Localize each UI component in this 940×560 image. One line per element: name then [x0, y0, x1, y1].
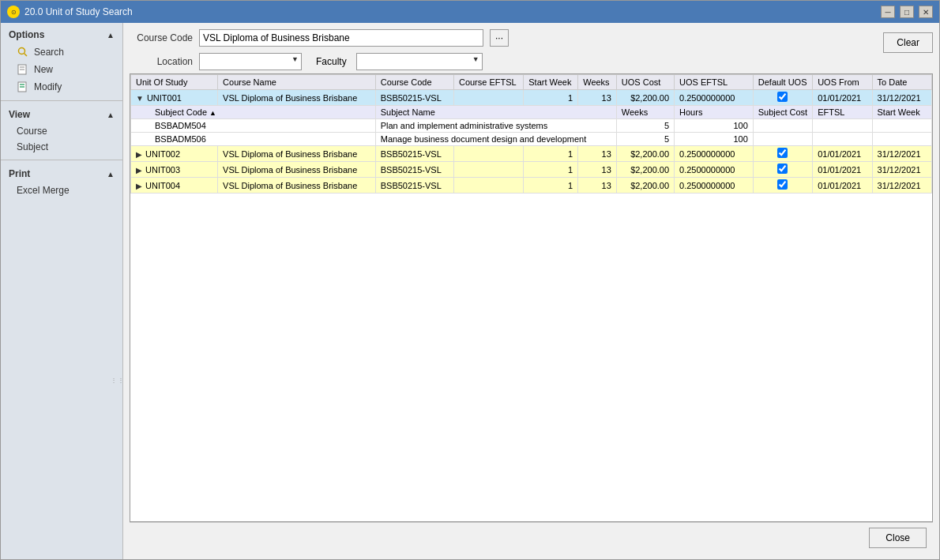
sub-col-eftsl: EFTSL [813, 106, 872, 119]
col-header-default-uos: Default UOS [753, 75, 812, 90]
view-arrow: ▲ [107, 111, 115, 119]
filter-area: Course Code ··· Location Faculty [130, 29, 933, 73]
grid-header-row: Unit Of Study Course Name Course Code Co… [131, 75, 932, 90]
default-uos-checkbox[interactable] [777, 92, 788, 102]
course-code-dots-button[interactable]: ··· [490, 29, 509, 47]
expand-icon[interactable]: ▼ [136, 94, 144, 103]
cell-to-date: 31/12/2021 [872, 178, 931, 194]
cell-uos-from: 01/01/2021 [813, 90, 872, 106]
course-code-input[interactable] [199, 29, 483, 47]
cell-course-code: BSB50215-VSL [375, 178, 453, 194]
cell-to-date: 31/12/2021 [872, 90, 931, 106]
grid-body: ▼UNIT001 VSL Diploma of Business Brisban… [131, 90, 932, 194]
expand-icon[interactable]: ▶ [136, 166, 142, 175]
faculty-select[interactable] [356, 53, 483, 70]
sub-col-start-week: Start Week [872, 106, 931, 119]
cell-course-name: VSL Diploma of Business Brisbane [218, 90, 376, 106]
subject-label: Subject [17, 141, 48, 152]
options-arrow: ▲ [107, 31, 115, 39]
minimize-button[interactable]: ─ [881, 6, 895, 18]
search-icon [17, 46, 29, 58]
cell-unit-of-study: ▼UNIT001 [131, 90, 218, 106]
view-label: View [9, 109, 30, 120]
col-header-course-name: Course Name [218, 75, 376, 90]
cell-default-uos [753, 90, 812, 106]
cell-default-uos [753, 146, 812, 162]
sidebar-item-course[interactable]: Course [1, 123, 122, 139]
window-body: Options ▲ Search New [1, 23, 939, 559]
sub-cell-hours: 100 [675, 133, 754, 146]
cell-course-eftsl [453, 178, 523, 194]
cell-course-name: VSL Diploma of Business Brisbane [218, 146, 376, 162]
clear-button[interactable]: Clear [883, 32, 933, 53]
cell-start-week: 1 [524, 146, 578, 162]
location-select[interactable] [199, 53, 302, 70]
col-header-course-code: Course Code [375, 75, 453, 90]
sidebar-item-modify[interactable]: Modify [1, 78, 122, 96]
sub-cell-hours: 100 [675, 119, 754, 133]
sidebar-item-subject[interactable]: Subject [1, 139, 122, 155]
cell-course-eftsl [453, 90, 523, 106]
sub-cell-weeks: 5 [616, 133, 674, 146]
view-section: View ▲ Course Subject [1, 103, 122, 158]
bottom-bar: Close [130, 522, 933, 553]
sub-cell-subject-code: BSBADM504 [131, 119, 376, 133]
new-icon [17, 63, 29, 76]
app-icon: ⊙ [7, 6, 20, 18]
close-button[interactable]: Close [869, 528, 927, 548]
window-title: 20.0 Unit of Study Search [24, 6, 876, 17]
cell-weeks: 13 [578, 178, 617, 194]
course-code-row: Course Code ··· [130, 29, 870, 47]
options-section: Options ▲ Search New [1, 23, 122, 99]
search-label: Search [34, 47, 64, 58]
maximize-button[interactable]: □ [900, 6, 914, 18]
cell-weeks: 13 [578, 162, 617, 178]
faculty-select-wrapper [353, 53, 483, 70]
sub-col-subject-cost: Subject Cost [753, 106, 812, 119]
svg-line-1 [24, 54, 28, 57]
sub-col-subject-name: Subject Name [375, 106, 616, 119]
sidebar-item-new[interactable]: New [1, 61, 122, 78]
sub-data-row[interactable]: BSBADM506 Manage business document desig… [131, 133, 932, 146]
resize-handle[interactable]: ⋮⋮ [115, 375, 121, 385]
sidebar-divider-1 [1, 100, 122, 101]
cell-default-uos [753, 162, 812, 178]
cell-to-date: 31/12/2021 [872, 146, 931, 162]
expand-icon[interactable]: ▶ [136, 182, 142, 190]
faculty-label: Faculty [316, 56, 347, 67]
cell-unit-of-study: ▶UNIT004 [131, 178, 218, 194]
cell-weeks: 13 [578, 90, 617, 106]
sidebar-item-excel-merge[interactable]: Excel Merge [1, 182, 122, 198]
sub-data-row[interactable]: BSBADM504 Plan and implement administrat… [131, 119, 932, 133]
svg-point-0 [19, 48, 25, 54]
location-label: Location [130, 56, 193, 67]
cell-start-week: 1 [524, 162, 578, 178]
default-uos-checkbox[interactable] [777, 148, 788, 158]
table-row[interactable]: ▶UNIT002 VSL Diploma of Business Brisban… [131, 146, 932, 162]
expand-icon[interactable]: ▶ [136, 150, 142, 159]
cell-uos-eftsl: 0.2500000000 [675, 178, 754, 194]
default-uos-checkbox[interactable] [777, 163, 788, 174]
default-uos-checkbox[interactable] [777, 179, 788, 190]
cell-uos-from: 01/01/2021 [813, 162, 872, 178]
sub-col-subject-code: Subject Code ▲ [131, 106, 376, 119]
cell-course-code: BSB50215-VSL [375, 146, 453, 162]
modify-icon [17, 81, 29, 93]
title-bar: ⊙ 20.0 Unit of Study Search ─ □ ✕ [1, 1, 939, 23]
table-row[interactable]: ▶UNIT003 VSL Diploma of Business Brisban… [131, 162, 932, 178]
cell-uos-cost: $2,200.00 [616, 178, 674, 194]
sidebar-item-search[interactable]: Search [1, 43, 122, 61]
close-window-button[interactable]: ✕ [919, 6, 933, 18]
print-section: Print ▲ Excel Merge [1, 162, 122, 201]
cell-unit-of-study: ▶UNIT002 [131, 146, 218, 162]
options-label: Options [9, 29, 44, 40]
table-row[interactable]: ▶UNIT004 VSL Diploma of Business Brisban… [131, 178, 932, 194]
course-code-label: Course Code [130, 32, 193, 43]
main-content: Course Code ··· Location Faculty [123, 23, 939, 559]
sub-cell-subject-name: Plan and implement administrative system… [375, 119, 616, 133]
cell-start-week: 1 [524, 178, 578, 194]
col-header-uos-cost: UOS Cost [616, 75, 674, 90]
location-faculty-row: Location Faculty [130, 53, 870, 70]
table-row[interactable]: ▼UNIT001 VSL Diploma of Business Brisban… [131, 90, 932, 106]
sub-cell-eftsl [813, 133, 872, 146]
